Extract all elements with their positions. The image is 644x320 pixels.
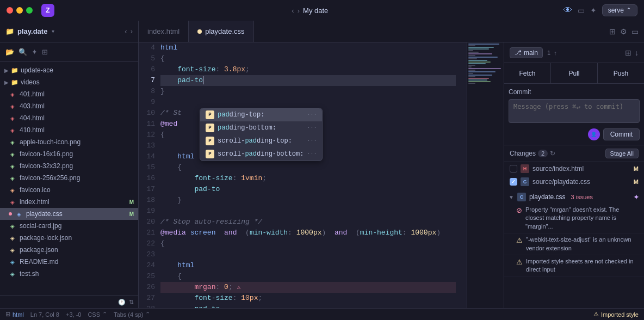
png-icon: ◈ — [9, 138, 16, 146]
push-button[interactable]: Push — [598, 63, 644, 83]
ac-dots-2: ··· — [307, 122, 317, 133]
eye-icon[interactable]: 👁 — [564, 5, 572, 15]
refresh-icon[interactable]: ↻ — [550, 150, 555, 157]
filter-input[interactable] — [4, 298, 115, 306]
checkbox-indexhtml[interactable] — [510, 165, 517, 173]
sidebar-item-testsh[interactable]: ◈ test.sh — [0, 268, 138, 280]
sidebar-item-update-ace[interactable]: ▶ 📁 update-ace — [0, 64, 138, 76]
branch-selector[interactable]: ⎇ main — [510, 47, 543, 58]
sidebar-magic-icon[interactable]: ✦ — [32, 48, 38, 56]
sidebar-item-403[interactable]: ◈ 403.html — [0, 100, 138, 112]
sidebar-item-socialcard[interactable]: ◈ social-card.jpg — [0, 220, 138, 232]
sidebar-filter: 🕐 ⇅ — [0, 296, 138, 308]
settings-icon[interactable]: ⚙ — [620, 27, 627, 36]
code-line-27: font-size: 10px; — [160, 293, 456, 304]
sidebar-header: 📁 play.date ▾ ‹ › — [0, 21, 138, 42]
status-tab-size: Tabs (4 sp) — [114, 311, 143, 318]
serve-arrow: ⌃ — [626, 7, 631, 14]
sidebar-item-label-6: 410.html — [20, 126, 134, 134]
line-num-23: 23 — [144, 249, 155, 260]
commit-button[interactable]: Commit — [603, 128, 640, 140]
line-num-18: 18 — [144, 195, 155, 206]
editor-container: 4 5 6 7 8 9 10 11 12 13 14 15 16 17 — [139, 42, 504, 308]
status-item-indent: +3, -0 — [66, 311, 81, 318]
pull-button[interactable]: Pull — [551, 63, 598, 83]
layout-icon-2[interactable]: ⊞ — [625, 48, 631, 57]
png-icon-3: ◈ — [9, 162, 16, 170]
change-item-indexhtml[interactable]: H source/index.html M — [504, 162, 644, 175]
autocomplete-item-2[interactable]: P padding-bottom: ··· — [200, 121, 322, 134]
minimap-line-7 — [468, 53, 492, 54]
down-icon[interactable]: ↓ — [635, 48, 639, 57]
sidebar-item-404[interactable]: ◈ 404.html — [0, 112, 138, 124]
tab-indexhtml[interactable]: index.html — [139, 21, 189, 42]
maximize-button[interactable] — [26, 7, 33, 14]
status-icon-1: ⊞ — [5, 311, 10, 318]
next-nav[interactable]: › — [298, 7, 300, 15]
minimap — [467, 42, 504, 308]
sidebar-item-favicon256[interactable]: ◈ favicon-256x256.png — [0, 172, 138, 184]
sidebar-item-packagejson[interactable]: ◈ package.json — [0, 244, 138, 256]
change-item-playdatecss[interactable]: ✓ C source/playdate.css M — [504, 175, 644, 188]
sidebar-grid-icon[interactable]: ⊞ — [42, 48, 48, 56]
minimap-line-15 — [468, 66, 472, 67]
sidebar-nav-right[interactable]: › — [131, 27, 133, 35]
checkbox-playdatecss[interactable]: ✓ — [510, 178, 517, 186]
sidebar-item-favicon32[interactable]: ◈ favicon-32x32.png — [0, 160, 138, 172]
filter-clock-icon: 🕐 — [118, 299, 126, 306]
sidebar-item-packagelockjson[interactable]: ◈ package-lock.json — [0, 232, 138, 244]
close-button[interactable] — [7, 7, 13, 14]
minimap-line-19 — [468, 73, 473, 74]
line-num-7: 7 — [144, 75, 155, 86]
sidebar-item-label-4: 403.html — [20, 102, 134, 110]
serve-button[interactable]: serve ⌃ — [602, 4, 637, 16]
sidebar-item-favicon16[interactable]: ◈ favicon-16x16.png — [0, 148, 138, 160]
git-panel: ⎇ main 1 ↑ ⊞ ↓ Fetch Pull Pu — [504, 42, 644, 308]
line-num-11: 11 — [144, 119, 155, 130]
stage-all-button[interactable]: Stage All — [605, 149, 639, 158]
status-indent: +3, -0 — [66, 311, 81, 318]
issues-panel: ▼ C playdate.css 3 issues ✦ ⊘ Property "… — [504, 188, 644, 308]
status-warn-icon: ⚠ — [593, 311, 599, 318]
ac-label-4: scroll-padding-bottom: — [218, 149, 304, 159]
star-icon[interactable]: ✦ — [590, 6, 597, 15]
up-arrow-icon: ↑ — [554, 50, 557, 56]
sidebar-folder-icon[interactable]: 📂 — [5, 48, 14, 56]
tab-playdatecss[interactable]: playdate.css — [189, 21, 253, 42]
window-icon[interactable]: ▭ — [578, 6, 585, 15]
sidebar-nav-left[interactable]: ‹ — [125, 27, 127, 35]
sidebar-item-faviconico[interactable]: ◈ favicon.ico — [0, 184, 138, 196]
prev-nav[interactable]: ‹ — [292, 7, 294, 15]
sidebar-item-indexhtml[interactable]: ◈ index.html M — [0, 196, 138, 208]
sidebar-search-icon[interactable]: 🔍 — [18, 48, 27, 56]
autocomplete-dropdown[interactable]: P padding-top: ··· P padding-bottom: ···… — [200, 108, 323, 161]
sidebar-item-readme[interactable]: ◈ README.md — [0, 256, 138, 268]
line-num-26: 26 — [144, 282, 155, 293]
minimap-line-18 — [468, 71, 496, 72]
sidebar-item-videos[interactable]: ▶ 📁 videos — [0, 76, 138, 88]
filter-sort-icon[interactable]: ⇅ — [129, 299, 134, 306]
minimize-button[interactable] — [16, 7, 23, 14]
png-icon-2: ◈ — [9, 150, 16, 158]
autocomplete-item-3[interactable]: P scroll-padding-top: ··· — [200, 134, 322, 147]
html-icon-3: ◈ — [9, 114, 16, 122]
status-item-position[interactable]: Ln 7, Col 8 — [30, 311, 59, 318]
sidebar-item-401[interactable]: ◈ 401.html — [0, 88, 138, 100]
status-item-imported: ⚠ Imported style — [593, 311, 639, 318]
sidebar-item-apple-touch[interactable]: ◈ apple-touch-icon.png — [0, 136, 138, 148]
titlebar-center: ‹ › My date — [61, 7, 559, 15]
issue-group-header[interactable]: ▼ C playdate.css 3 issues ✦ — [504, 190, 644, 204]
layout-icon[interactable]: ⊞ — [609, 27, 616, 36]
code-area[interactable]: 4 5 6 7 8 9 10 11 12 13 14 15 16 17 — [139, 42, 504, 308]
sidebar-item-410[interactable]: ◈ 410.html — [0, 124, 138, 136]
commit-message-input[interactable] — [509, 99, 640, 123]
sidebar-item-playdatecss[interactable]: ◈ playdate.css M — [0, 208, 138, 220]
split-icon[interactable]: ▭ — [631, 27, 639, 36]
status-item-language[interactable]: CSS ⌃ — [88, 311, 107, 318]
autocomplete-item-1[interactable]: P padding-top: ··· — [200, 108, 322, 121]
status-item-tabs[interactable]: Tabs (4 sp) ⌃ — [114, 311, 150, 318]
fetch-button[interactable]: Fetch — [504, 63, 551, 83]
file-type-icon-html: H — [521, 164, 529, 173]
autocomplete-item-4[interactable]: P scroll-padding-bottom: ··· — [200, 147, 322, 161]
minimap-line-23 — [468, 79, 487, 81]
